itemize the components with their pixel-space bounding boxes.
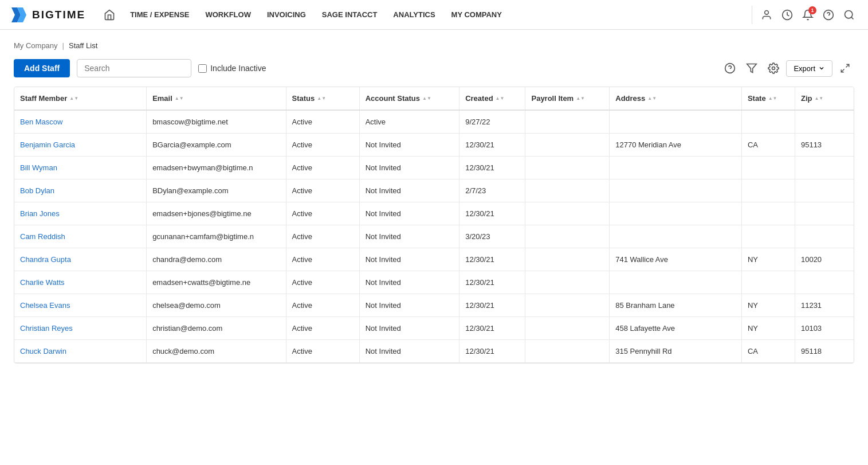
staff-table: Staff Member ▲▼ Email ▲▼ <box>14 87 854 363</box>
cell-address <box>610 179 742 202</box>
table-row: Chandra Guptachandra@demo.comActiveNot I… <box>14 248 854 271</box>
cell-state: CA <box>741 134 795 157</box>
staff-member-link[interactable]: Ben Mascow <box>20 118 62 126</box>
col-header-payroll-item[interactable]: Payroll Item ▲▼ <box>525 87 610 110</box>
cell-payroll-item <box>525 110 610 134</box>
settings-icon-button[interactable] <box>764 59 783 77</box>
staff-member-link[interactable]: Chuck Darwin <box>20 347 66 355</box>
cell-address <box>610 110 742 134</box>
cell-status: Active <box>286 134 359 157</box>
filter-icon-button[interactable] <box>743 59 761 77</box>
top-nav: BIGTIME TIME / EXPENSE WORKFLOW INVOICIN… <box>0 0 868 30</box>
sort-icon-email: ▲▼ <box>175 96 184 101</box>
add-staff-button[interactable]: Add Staff <box>14 59 70 77</box>
staff-member-link[interactable]: Bill Wyman <box>20 163 57 172</box>
cell-account-status: Not Invited <box>359 179 459 202</box>
cell-staff-member: Benjamin Garcia <box>14 134 147 157</box>
sort-icon-state: ▲▼ <box>768 96 777 101</box>
cell-created: 12/30/21 <box>459 317 525 340</box>
cell-status: Active <box>286 248 359 271</box>
nav-items: TIME / EXPENSE WORKFLOW INVOICING SAGE I… <box>122 0 747 30</box>
notification-badge: 1 <box>808 6 816 14</box>
svg-line-7 <box>851 17 854 19</box>
search-input[interactable] <box>77 59 191 77</box>
cell-email: BGarcia@example.com <box>147 134 286 157</box>
col-header-staff-member[interactable]: Staff Member ▲▼ <box>14 87 147 110</box>
staff-member-link[interactable]: Benjamin Garcia <box>20 140 75 149</box>
col-header-email[interactable]: Email ▲▼ <box>147 87 286 110</box>
cell-payroll-item <box>525 202 610 225</box>
cell-state <box>741 225 795 248</box>
table-row: Benjamin GarciaBGarcia@example.comActive… <box>14 134 854 157</box>
staff-member-link[interactable]: Brian Jones <box>20 209 60 218</box>
help-icon-button[interactable] <box>819 5 838 25</box>
staff-member-link[interactable]: Cam Reddish <box>20 232 65 241</box>
cell-status: Active <box>286 110 359 134</box>
cell-payroll-item <box>525 179 610 202</box>
clock-icon <box>781 9 793 21</box>
staff-member-link[interactable]: Bob Dylan <box>20 186 54 195</box>
cell-zip <box>795 157 854 179</box>
cell-zip <box>795 110 854 134</box>
cell-created: 12/30/21 <box>459 157 525 179</box>
table-row: Chuck Darwinchuck@demo.comActiveNot Invi… <box>14 340 854 363</box>
help-icon <box>823 9 834 21</box>
logo-text: BIGTIME <box>32 9 85 21</box>
col-header-zip[interactable]: Zip ▲▼ <box>795 87 854 110</box>
nav-item-workflow[interactable]: WORKFLOW <box>197 0 258 30</box>
cell-created: 2/7/23 <box>459 179 525 202</box>
nav-item-analytics[interactable]: ANALYTICS <box>385 0 443 30</box>
cell-email: emadsen+cwatts@bigtime.ne <box>147 271 286 294</box>
nav-divider <box>752 6 752 24</box>
include-inactive-checkbox[interactable] <box>198 64 207 73</box>
staff-member-link[interactable]: Chandra Gupta <box>20 255 71 264</box>
col-header-created[interactable]: Created ▲▼ <box>459 87 525 110</box>
home-icon <box>104 9 115 21</box>
table-scroll-container[interactable]: Staff Member ▲▼ Email ▲▼ <box>14 87 854 363</box>
breadcrumb-parent-link[interactable]: My Company <box>14 41 58 50</box>
cell-account-status: Active <box>359 110 459 134</box>
cell-status: Active <box>286 202 359 225</box>
filter-icon <box>746 62 757 74</box>
col-header-state[interactable]: State ▲▼ <box>741 87 795 110</box>
svg-point-2 <box>765 10 769 14</box>
nav-item-sage-intacct[interactable]: SAGE INTACCT <box>314 0 386 30</box>
staff-member-link[interactable]: Chelsea Evans <box>20 301 70 310</box>
nav-item-invoicing[interactable]: INVOICING <box>259 0 314 30</box>
cell-staff-member: Brian Jones <box>14 202 147 225</box>
cell-zip: 11231 <box>795 294 854 317</box>
home-nav-button[interactable] <box>97 0 122 30</box>
nav-item-my-company[interactable]: MY COMPANY <box>443 0 510 30</box>
cell-status: Active <box>286 157 359 179</box>
cell-staff-member: Ben Mascow <box>14 110 147 134</box>
clock-icon-button[interactable] <box>777 5 797 25</box>
cell-zip: 95118 <box>795 340 854 363</box>
col-header-account-status[interactable]: Account Status ▲▼ <box>359 87 459 110</box>
toolbar: Add Staff Include Inactive <box>14 59 854 77</box>
fullscreen-button[interactable] <box>836 59 854 77</box>
export-button[interactable]: Export <box>786 60 832 77</box>
bigtime-logo-icon <box>9 5 29 25</box>
table-row: Brian Jonesemadsen+bjones@bigtime.neActi… <box>14 202 854 225</box>
cell-status: Active <box>286 225 359 248</box>
cell-zip <box>795 179 854 202</box>
staff-member-link[interactable]: Charlie Watts <box>20 278 65 287</box>
notifications-icon-button[interactable]: 1 <box>798 5 818 25</box>
cell-zip: 10020 <box>795 248 854 271</box>
search-icon-button[interactable] <box>839 5 859 25</box>
table-help-icon-button[interactable] <box>721 59 739 77</box>
col-header-status[interactable]: Status ▲▼ <box>286 87 359 110</box>
include-inactive-label[interactable]: Include Inactive <box>198 64 266 73</box>
nav-item-time-expense[interactable]: TIME / EXPENSE <box>122 0 197 30</box>
logo-area[interactable]: BIGTIME <box>9 5 85 25</box>
breadcrumb-separator: | <box>62 41 64 50</box>
svg-marker-10 <box>747 64 757 73</box>
col-header-address[interactable]: Address ▲▼ <box>610 87 742 110</box>
cell-account-status: Not Invited <box>359 340 459 363</box>
cell-status: Active <box>286 179 359 202</box>
cell-email: bmascow@bigtime.net <box>147 110 286 134</box>
cell-state <box>741 157 795 179</box>
staff-member-link[interactable]: Christian Reyes <box>20 324 73 333</box>
profile-icon-button[interactable] <box>757 5 776 25</box>
cell-address: 12770 Meridian Ave <box>610 134 742 157</box>
